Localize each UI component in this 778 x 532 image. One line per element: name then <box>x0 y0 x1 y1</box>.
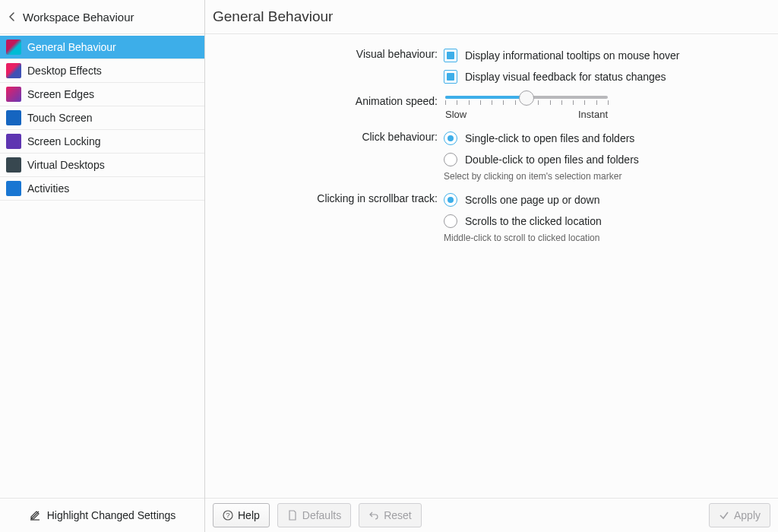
highlight-label: Highlight Changed Settings <box>47 509 176 521</box>
sidebar-list: General Behaviour Desktop Effects Screen… <box>0 34 204 498</box>
undo-icon <box>368 510 379 521</box>
slider-fast-label: Instant <box>578 109 608 120</box>
sidebar-item-label: Touch Screen <box>27 112 93 124</box>
apply-button[interactable]: Apply <box>709 503 770 527</box>
sidebar-item-touch-screen[interactable]: Touch Screen <box>0 106 204 130</box>
sidebar-item-label: Virtual Desktops <box>27 159 105 171</box>
radio-label: Single-click to open files and folders <box>465 132 634 144</box>
label-scrollbar: Clicking in scrollbar track: <box>223 191 444 246</box>
defaults-button[interactable]: Defaults <box>277 503 351 527</box>
lock-icon <box>6 134 21 149</box>
main-panel: General Behaviour Visual behaviour: Disp… <box>205 0 778 532</box>
slider-handle[interactable] <box>519 90 534 106</box>
sidebar-item-label: Activities <box>27 182 69 195</box>
click-behaviour-hint: Select by clicking on item's selection m… <box>444 171 760 182</box>
radio-icon <box>444 131 457 145</box>
sidebar-item-screen-edges[interactable]: Screen Edges <box>0 83 204 106</box>
checkbox-icon <box>444 49 457 62</box>
effects-icon <box>6 63 21 78</box>
radio-label: Double-click to open files and folders <box>465 154 639 166</box>
sidebar-title: Workspace Behaviour <box>23 11 134 24</box>
slider-settings-icon <box>6 40 21 55</box>
highlight-changed-button[interactable]: Highlight Changed Settings <box>0 498 204 532</box>
radio-label: Scrolls one page up or down <box>465 194 599 206</box>
checkbox-label: Display informational tooltips on mouse … <box>465 49 679 62</box>
radio-scroll-page[interactable]: Scrolls one page up or down <box>444 191 760 209</box>
button-label: Help <box>238 509 260 521</box>
check-icon <box>719 510 729 521</box>
screen-edges-icon <box>6 87 21 102</box>
help-icon: ? <box>223 510 233 521</box>
checkbox-label: Display visual feedback for status chang… <box>465 71 666 83</box>
radio-icon <box>444 214 457 228</box>
sidebar-item-label: Screen Edges <box>27 88 94 100</box>
sidebar-item-desktop-effects[interactable]: Desktop Effects <box>0 59 204 83</box>
radio-icon <box>444 153 457 166</box>
touch-icon <box>6 110 21 125</box>
radio-scroll-location[interactable]: Scrolls to the clicked location <box>444 212 760 230</box>
footer-toolbar: ? Help Defaults Reset A <box>205 498 778 532</box>
radio-icon <box>444 193 457 207</box>
sidebar-item-screen-locking[interactable]: Screen Locking <box>0 130 204 154</box>
sidebar-item-label: Screen Locking <box>27 135 101 147</box>
sidebar-item-label: Desktop Effects <box>27 65 102 77</box>
slider-fill <box>445 96 527 99</box>
highlight-icon <box>29 509 41 521</box>
checkbox-icon <box>444 70 457 84</box>
sidebar-item-virtual-desktops[interactable]: Virtual Desktops <box>0 154 204 177</box>
back-icon <box>8 11 17 22</box>
sidebar-item-general-behaviour[interactable]: General Behaviour <box>0 36 204 59</box>
radio-label: Scrolls to the clicked location <box>465 215 602 227</box>
scrollbar-hint: Middle-click to scroll to clicked locati… <box>444 233 760 243</box>
sidebar-header[interactable]: Workspace Behaviour <box>0 0 204 34</box>
checkbox-tooltips[interactable]: Display informational tooltips on mouse … <box>444 46 760 65</box>
button-label: Defaults <box>302 509 341 521</box>
help-button[interactable]: ? Help <box>213 503 270 527</box>
svg-text:?: ? <box>226 511 229 519</box>
reset-button[interactable]: Reset <box>359 503 422 527</box>
radio-double-click[interactable]: Double-click to open files and folders <box>444 150 760 169</box>
activities-icon <box>6 181 21 196</box>
settings-content: Visual behaviour: Display informational … <box>205 34 778 498</box>
slider-slow-label: Slow <box>445 109 466 120</box>
page-title: General Behaviour <box>205 0 778 34</box>
virtual-desktops-icon <box>6 157 21 173</box>
checkbox-feedback[interactable]: Display visual feedback for status chang… <box>444 68 760 86</box>
label-visual-behaviour: Visual behaviour: <box>223 46 444 89</box>
radio-single-click[interactable]: Single-click to open files and folders <box>444 129 760 147</box>
button-label: Reset <box>384 509 412 521</box>
settings-sidebar: Workspace Behaviour General Behaviour De… <box>0 0 205 532</box>
sidebar-item-label: General Behaviour <box>27 41 116 53</box>
document-icon <box>287 510 298 521</box>
animation-speed-slider[interactable] <box>445 93 608 107</box>
sidebar-item-activities[interactable]: Activities <box>0 177 204 201</box>
label-click-behaviour: Click behaviour: <box>223 129 444 185</box>
button-label: Apply <box>734 509 761 521</box>
label-animation-speed: Animation speed: <box>223 93 444 120</box>
